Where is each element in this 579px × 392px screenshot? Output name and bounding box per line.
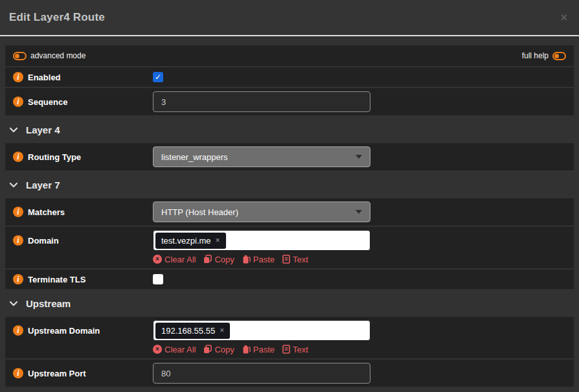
upstream-port-label: Upstream Port — [28, 369, 86, 378]
upstream-domain-tag-text: 192.168.55.55 — [161, 326, 215, 336]
section-layer7[interactable]: Layer 7 — [5, 172, 574, 198]
upstream-domain-label: Upstream Domain — [28, 326, 100, 336]
domain-label: Domain — [28, 236, 59, 246]
matchers-label: Matchers — [28, 207, 65, 217]
routing-type-value: listener_wrappers — [161, 152, 228, 162]
sequence-label: Sequence — [28, 97, 67, 107]
upstream-port-input[interactable] — [153, 363, 370, 384]
advanced-mode-label: advanced mode — [30, 51, 85, 60]
advanced-mode-toggle[interactable]: advanced mode — [13, 51, 85, 60]
clear-all-label: Clear All — [165, 255, 196, 264]
toggle-icon — [552, 52, 566, 60]
modal-header: Edit Layer4 Route × — [0, 0, 579, 36]
text-file-icon — [282, 255, 290, 264]
paste-label: Paste — [253, 345, 275, 354]
matchers-select[interactable]: HTTP (Host Header) — [153, 202, 370, 222]
copy-label: Copy — [214, 255, 234, 264]
info-icon[interactable]: i — [13, 97, 23, 107]
toggle-icon — [13, 52, 27, 60]
chevron-down-icon — [9, 301, 18, 306]
enabled-label: Enabled — [28, 73, 61, 82]
upstream-domain-tag-actions: × Clear All Copy Paste — [153, 343, 370, 355]
clear-all-button[interactable]: × Clear All — [153, 255, 196, 264]
text-button[interactable]: Text — [282, 345, 308, 354]
field-row-routing-type: i Routing Type listener_wrappers — [5, 143, 574, 170]
text-label: Text — [293, 255, 308, 264]
copy-icon — [203, 345, 212, 354]
paste-button[interactable]: Paste — [242, 255, 275, 264]
copy-button[interactable]: Copy — [203, 345, 234, 354]
field-row-matchers: i Matchers HTTP (Host Header) — [5, 198, 574, 225]
info-icon[interactable]: i — [13, 152, 23, 162]
section-title: Upstream — [26, 298, 71, 309]
paste-button[interactable]: Paste — [242, 345, 275, 354]
section-upstream[interactable]: Upstream — [5, 290, 574, 317]
section-layer4[interactable]: Layer 4 — [5, 117, 574, 143]
paste-icon — [242, 255, 251, 264]
tag-remove-icon[interactable]: × — [220, 327, 224, 334]
section-title: Layer 4 — [26, 124, 60, 135]
close-icon[interactable]: × — [560, 12, 567, 23]
domain-tag-actions: × Clear All Copy Paste — [153, 253, 370, 265]
field-row-enabled: i Enabled ✓ — [5, 67, 574, 87]
terminate-tls-checkbox[interactable] — [153, 274, 163, 284]
text-file-icon — [282, 345, 290, 354]
routing-type-select[interactable]: listener_wrappers — [153, 146, 370, 167]
field-row-terminate-tls: i Terminate TLS — [5, 270, 574, 289]
field-row-sequence: i Sequence — [5, 88, 574, 115]
terminate-tls-label: Terminate TLS — [28, 275, 85, 284]
caret-down-icon — [356, 155, 362, 159]
section-title: Layer 7 — [26, 179, 60, 190]
paste-label: Paste — [253, 255, 275, 264]
chevron-down-icon — [9, 127, 18, 133]
domain-tag-text: test.vezpi.me — [161, 236, 211, 246]
full-help-toggle[interactable]: full help — [522, 51, 566, 60]
field-row-upstream-port: i Upstream Port — [5, 360, 574, 387]
domain-tag: test.vezpi.me × — [155, 233, 226, 249]
info-icon[interactable]: i — [13, 274, 23, 284]
field-row-upstream-domain: i Upstream Domain 192.168.55.55 × × Clea… — [5, 317, 574, 358]
info-icon[interactable]: i — [13, 325, 23, 336]
modal-title: Edit Layer4 Route — [9, 11, 105, 24]
info-icon[interactable]: i — [13, 235, 23, 246]
clear-all-label: Clear All — [165, 345, 196, 354]
copy-icon — [203, 255, 212, 264]
info-icon[interactable]: i — [13, 207, 23, 217]
routing-type-label: Routing Type — [28, 152, 81, 162]
upstream-domain-tag-input[interactable]: 192.168.55.55 × — [153, 320, 370, 341]
info-icon[interactable]: i — [13, 368, 23, 378]
tag-remove-icon[interactable]: × — [216, 236, 220, 244]
clear-all-icon: × — [153, 255, 162, 264]
enabled-checkbox[interactable]: ✓ — [153, 72, 163, 82]
info-icon[interactable]: i — [13, 72, 23, 82]
clear-all-button[interactable]: × Clear All — [153, 345, 196, 354]
copy-button[interactable]: Copy — [203, 255, 234, 264]
copy-label: Copy — [214, 345, 234, 354]
chevron-down-icon — [9, 182, 18, 188]
mode-bar: advanced mode full help — [5, 45, 574, 66]
text-button[interactable]: Text — [282, 255, 308, 264]
caret-down-icon — [356, 210, 362, 214]
paste-icon — [242, 345, 251, 354]
text-label: Text — [293, 345, 308, 354]
domain-tag-input[interactable]: test.vezpi.me × — [153, 230, 370, 251]
sequence-input[interactable] — [153, 91, 370, 112]
upstream-domain-tag: 192.168.55.55 × — [155, 323, 230, 339]
field-row-domain: i Domain test.vezpi.me × × Clear All — [5, 227, 574, 268]
modal-body: advanced mode full help i Enabled ✓ i Se… — [0, 36, 579, 387]
matchers-value: HTTP (Host Header) — [161, 207, 238, 217]
full-help-label: full help — [522, 51, 549, 60]
clear-all-icon: × — [153, 345, 162, 354]
check-icon: ✓ — [155, 73, 161, 81]
